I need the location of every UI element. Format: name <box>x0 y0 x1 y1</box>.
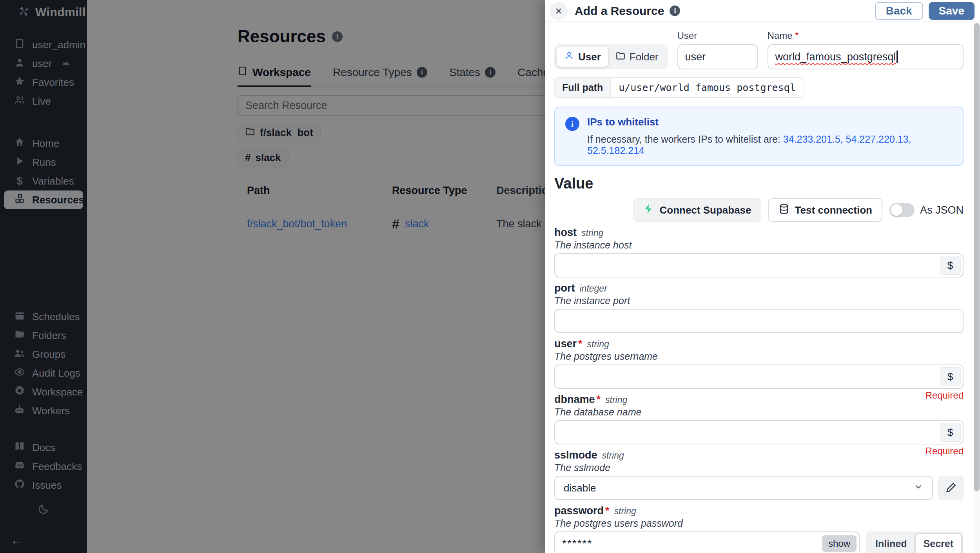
insert-variable-button[interactable]: $ <box>940 423 961 442</box>
full-path-label: Full path <box>555 78 610 97</box>
field-name: host <box>554 227 577 239</box>
edit-sslmode-button[interactable] <box>938 476 964 500</box>
field-user: user * string The postgres username $ Re… <box>554 338 964 389</box>
field-password: password * string The postgres users pas… <box>554 505 964 553</box>
secret-option[interactable]: Secret <box>915 533 962 553</box>
drawer-backdrop[interactable] <box>0 0 545 553</box>
field-type: string <box>605 395 627 405</box>
field-type: integer <box>579 283 607 294</box>
name-field-input[interactable]: world_famous_postgresql <box>768 44 964 69</box>
owner-user-button[interactable]: User <box>557 47 608 67</box>
full-path-value: u/user/world_famous_postgresql <box>610 78 804 97</box>
infobox-text: If necessary, the workers IPs to whiteli… <box>587 134 953 156</box>
database-icon <box>779 203 789 217</box>
user-input[interactable] <box>554 364 964 389</box>
value-section-title: Value <box>554 175 964 192</box>
required-asterisk: * <box>795 30 799 41</box>
owner-folder-button[interactable]: Folder <box>608 47 666 67</box>
field-type: string <box>614 506 636 517</box>
required-message: Required <box>926 446 964 457</box>
infobox-title: IPs to whitelist <box>587 116 953 128</box>
folder-icon <box>615 51 626 63</box>
required-asterisk: * <box>597 393 601 406</box>
field-host: host string The instance host $ <box>554 227 964 277</box>
drawer-title-info-icon[interactable]: i <box>670 5 680 16</box>
drawer-title: Add a Resource <box>575 4 664 18</box>
sslmode-select[interactable]: disable <box>554 476 933 500</box>
field-description: The sslmode <box>554 462 964 473</box>
port-input[interactable] <box>554 309 964 333</box>
show-password-button[interactable]: show <box>822 535 857 552</box>
user-field-input[interactable]: user <box>677 44 758 69</box>
ips-whitelist-infobox: i IPs to whitelist If necessary, the wor… <box>554 107 964 166</box>
scrollbar-thumb[interactable] <box>974 23 980 491</box>
field-name: port <box>554 282 575 294</box>
as-json-toggle[interactable] <box>889 203 915 217</box>
lightning-icon <box>643 203 654 217</box>
field-dbname: dbname * string The database name $ Requ… <box>554 393 964 444</box>
pencil-icon <box>946 482 956 494</box>
dbname-input[interactable] <box>554 420 964 444</box>
owner-user-label: User <box>578 51 601 63</box>
test-connection-button[interactable]: Test connection <box>768 198 882 222</box>
add-resource-drawer: × Add a Resource i Back Save User Folder… <box>545 0 980 553</box>
required-asterisk: * <box>605 505 610 517</box>
field-type: string <box>602 450 624 461</box>
password-input[interactable]: ****** <box>554 531 860 553</box>
required-asterisk: * <box>578 338 583 350</box>
host-input[interactable] <box>554 253 964 277</box>
owner-toggle-group: User Folder <box>554 44 668 69</box>
drawer-scrollbar[interactable] <box>973 23 980 553</box>
name-field-label: Name * <box>768 30 964 41</box>
field-name: user <box>554 338 577 350</box>
chevron-down-icon <box>913 482 924 495</box>
field-description: The instance port <box>554 295 964 306</box>
field-description: The database name <box>554 406 964 418</box>
inlined-option[interactable]: Inlined <box>867 533 915 553</box>
drawer-body: User Folder User user Name * world_famou… <box>545 23 973 553</box>
field-description: The instance host <box>554 239 964 251</box>
field-port: port integer The instance port <box>554 282 964 333</box>
user-icon <box>564 51 574 63</box>
text-caret <box>897 51 898 63</box>
required-message: Required <box>926 390 964 401</box>
as-json-label: As JSON <box>920 204 964 216</box>
save-button[interactable]: Save <box>929 2 975 20</box>
field-description: The postgres username <box>554 351 964 362</box>
field-type: string <box>587 339 609 350</box>
field-name: password <box>554 505 604 517</box>
insert-variable-button[interactable]: $ <box>940 256 961 275</box>
back-button[interactable]: Back <box>875 2 923 20</box>
full-path-display: Full path u/user/world_famous_postgresql <box>554 77 804 98</box>
insert-variable-button[interactable]: $ <box>940 367 961 386</box>
password-mode-toggle: Inlined Secret <box>866 531 964 553</box>
connect-supabase-button[interactable]: Connect Supabase <box>633 198 761 222</box>
field-description: The postgres users password <box>554 518 964 529</box>
field-name: dbname <box>554 393 595 406</box>
close-icon[interactable]: × <box>550 2 568 20</box>
user-field-label: User <box>677 30 758 41</box>
field-sslmode: sslmode string The sslmode disable <box>554 449 964 500</box>
field-type: string <box>581 228 603 238</box>
info-icon: i <box>565 117 579 131</box>
field-name: sslmode <box>554 449 597 461</box>
owner-folder-label: Folder <box>630 51 659 63</box>
